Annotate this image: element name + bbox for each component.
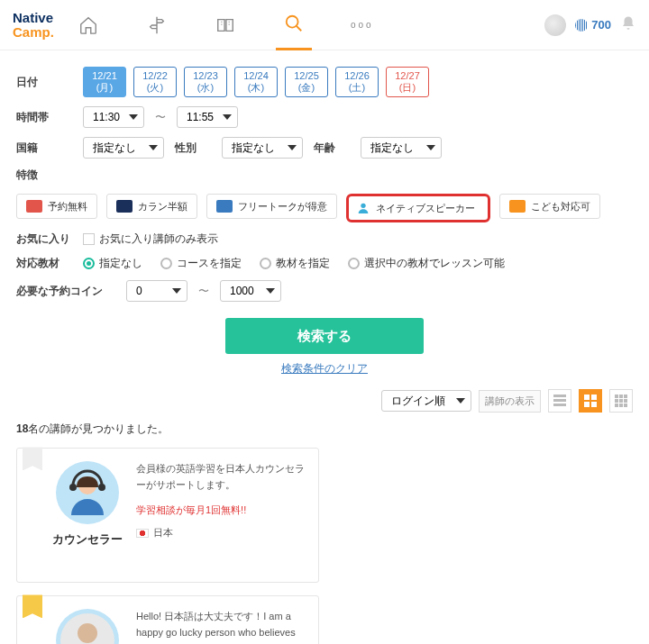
signpost-icon[interactable] (139, 7, 175, 43)
svg-point-1 (361, 204, 365, 208)
header-right: 700 (544, 14, 636, 36)
material-radio[interactable]: コースを指定 (160, 256, 242, 271)
feature-tag[interactable]: カラン半額 (106, 194, 197, 219)
coin-icon (575, 19, 588, 32)
gender-label: 性別 (175, 141, 211, 156)
coin-from-select[interactable]: 0 (126, 280, 187, 302)
material-radios: 指定なしコースを指定教材を指定選択中の教材でレッスン可能 (83, 256, 505, 271)
book-icon[interactable] (207, 7, 243, 43)
teacher-card[interactable]: DavidデイヴィッドHello! 日本語は大丈夫です！I am a happy… (16, 595, 319, 644)
clear-filters-link[interactable]: 検索条件のクリア (16, 361, 633, 376)
age-select[interactable]: 指定なし (361, 137, 442, 159)
favorite-checkbox[interactable]: お気に入り講師のみ表示 (83, 231, 218, 247)
favorite-label: お気に入り (16, 231, 72, 247)
home-icon[interactable] (70, 7, 106, 43)
time-from-select[interactable]: 11:30 (83, 106, 144, 128)
search-form: 日付 12/21(月)12/22(火)12/23(水)12/24(木)12/25… (0, 50, 649, 644)
svg-rect-16 (619, 404, 623, 407)
nav-icons: ooo (70, 0, 544, 50)
country: 日本 (136, 525, 306, 541)
svg-rect-14 (624, 399, 627, 403)
date-12-25[interactable]: 12/25(金) (285, 67, 328, 97)
svg-rect-6 (591, 395, 597, 400)
teacher-avatar (56, 461, 119, 524)
gender-select[interactable]: 指定なし (222, 137, 303, 159)
svg-rect-15 (615, 404, 618, 407)
svg-rect-5 (584, 395, 590, 400)
material-label: 対応教材 (16, 256, 72, 271)
promo-text: 学習相談が毎月1回無料!! (136, 503, 306, 519)
svg-rect-10 (619, 395, 623, 398)
svg-rect-11 (624, 395, 627, 398)
time-to-select[interactable]: 11:55 (177, 106, 238, 128)
coin-balance[interactable]: 700 (575, 18, 611, 32)
svg-rect-7 (584, 402, 590, 407)
coin-label: 必要な予約コイン (16, 284, 115, 299)
date-12-21[interactable]: 12/21(月) (83, 67, 126, 97)
svg-rect-17 (624, 404, 627, 407)
svg-point-23 (78, 623, 97, 643)
date-12-24[interactable]: 12/24(木) (234, 67, 278, 97)
svg-rect-12 (615, 399, 618, 403)
search-icon[interactable] (276, 0, 312, 50)
nation-label: 国籍 (16, 141, 72, 156)
user-avatar[interactable] (544, 14, 566, 36)
svg-point-21 (98, 484, 105, 491)
date-12-23[interactable]: 12/23(水) (184, 67, 227, 97)
age-label: 年齢 (314, 141, 350, 156)
teacher-intro: 会員様の英語学習を日本人カウンセラーがサポートします。 (136, 461, 306, 493)
date-12-26[interactable]: 12/26(土) (335, 67, 379, 97)
tilde: 〜 (155, 110, 166, 125)
app-header: Native Camp. ooo 700 (0, 0, 649, 50)
svg-rect-4 (553, 404, 566, 406)
ribbon-icon (23, 594, 42, 618)
feature-tags: 予約無料カラン半額フリートークが得意ネイティブスピーカーこども対応可 (16, 194, 600, 222)
time-label: 時間帯 (16, 110, 72, 125)
more-icon[interactable]: ooo (344, 7, 380, 43)
ribbon-icon (23, 447, 42, 470)
svg-rect-9 (615, 395, 618, 398)
material-radio[interactable]: 指定なし (83, 256, 142, 271)
view-grid-large-button[interactable] (579, 389, 602, 413)
svg-rect-2 (553, 395, 566, 397)
material-radio[interactable]: 選択中の教材でレッスン可能 (348, 256, 505, 271)
date-12-27[interactable]: 12/27(日) (386, 67, 429, 97)
svg-point-20 (69, 484, 77, 491)
feature-tag[interactable]: こども対応可 (499, 194, 600, 219)
teacher-card[interactable]: カウンセラー会員様の英語学習を日本人カウンセラーがサポートします。学習相談が毎月… (16, 448, 319, 583)
date-label: 日付 (16, 75, 72, 90)
view-list-button[interactable] (548, 389, 571, 413)
feature-label: 特徴 (16, 168, 72, 183)
search-button[interactable]: 検索する (225, 318, 424, 354)
nation-select[interactable]: 指定なし (83, 137, 164, 159)
svg-point-0 (287, 16, 298, 28)
teacher-cards: カウンセラー会員様の英語学習を日本人カウンセラーがサポートします。学習相談が毎月… (16, 448, 633, 644)
logo[interactable]: Native Camp. (13, 11, 54, 40)
date-picker: 12/21(月)12/22(火)12/23(水)12/24(木)12/25(金)… (83, 67, 429, 97)
svg-rect-8 (591, 402, 597, 407)
bell-icon[interactable] (620, 15, 636, 34)
feature-tag[interactable]: ネイティブスピーカー (346, 194, 490, 222)
date-12-22[interactable]: 12/22(火) (133, 67, 177, 97)
teacher-name: カウンセラー (52, 531, 123, 548)
tilde: 〜 (198, 284, 209, 299)
teacher-avatar (56, 609, 119, 644)
display-label: 講師の表示 (479, 390, 541, 413)
view-grid-small-button[interactable] (609, 389, 633, 413)
material-radio[interactable]: 教材を指定 (260, 256, 330, 271)
feature-tag[interactable]: フリートークが得意 (206, 194, 337, 219)
coin-to-select[interactable]: 1000 (220, 280, 281, 302)
svg-rect-13 (619, 399, 623, 403)
feature-tag[interactable]: 予約無料 (16, 194, 97, 219)
teacher-intro: Hello! 日本語は大丈夫です！I am a happy go lucky p… (136, 609, 306, 644)
sort-select[interactable]: ログイン順 (381, 390, 471, 412)
results-count: 18名の講師が見つかりました。 (16, 422, 633, 437)
svg-rect-3 (553, 399, 566, 402)
